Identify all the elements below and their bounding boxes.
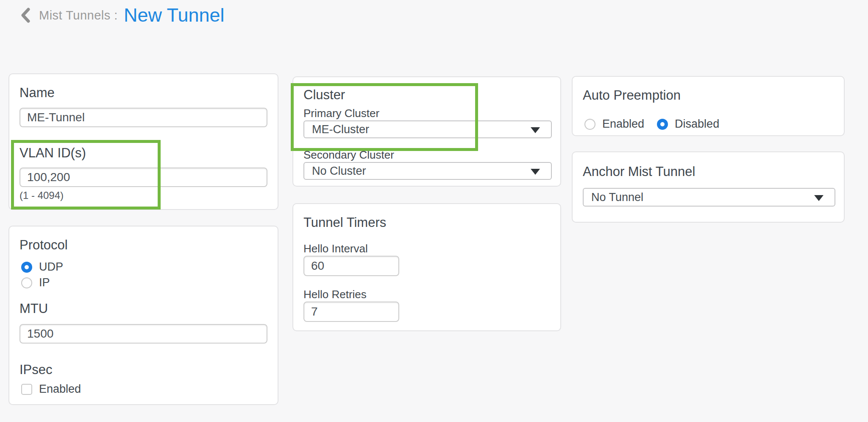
primary-cluster-label: Primary Cluster — [303, 107, 379, 120]
preemption-enabled-label: Enabled — [602, 117, 644, 131]
radio-selected-icon — [657, 119, 668, 130]
hello-retries-input[interactable] — [303, 302, 399, 322]
anchor-tunnel-select[interactable]: No Tunnel — [583, 188, 835, 207]
new-tunnel-page: Mist Tunnels : New Tunnel Name VLAN ID(s… — [0, 0, 868, 422]
cluster-card: Cluster Primary Cluster ME-Cluster Secon… — [292, 76, 561, 187]
anchor-mist-tunnel-card: Anchor Mist Tunnel No Tunnel — [572, 151, 845, 223]
back-chevron-icon[interactable] — [19, 6, 31, 24]
radio-unselected-icon — [21, 277, 32, 288]
preemption-option-disabled[interactable]: Disabled — [657, 117, 719, 131]
hello-retries-label: Hello Retries — [303, 288, 367, 301]
radio-unselected-icon — [584, 119, 595, 130]
secondary-cluster-label: Secondary Cluster — [303, 148, 394, 162]
ipsec-heading: IPsec — [19, 362, 53, 377]
preemption-option-enabled[interactable]: Enabled — [584, 117, 644, 131]
anchor-tunnel-value: No Tunnel — [591, 191, 643, 204]
protocol-option-ip[interactable]: IP — [21, 276, 50, 289]
auto-preemption-options: Enabled Disabled — [584, 117, 719, 131]
secondary-cluster-select[interactable]: No Cluster — [303, 162, 552, 180]
secondary-cluster-value: No Cluster — [312, 165, 366, 178]
auto-preemption-heading: Auto Preemption — [583, 88, 681, 103]
mtu-heading: MTU — [19, 301, 48, 316]
chevron-down-icon — [531, 169, 540, 175]
checkbox-unchecked-icon — [21, 384, 32, 395]
tunnel-name-input[interactable] — [19, 108, 267, 127]
primary-cluster-value: ME-Cluster — [312, 123, 369, 136]
chevron-down-icon — [531, 127, 540, 133]
vlan-range-hint: (1 - 4094) — [19, 190, 64, 201]
protocol-card: Protocol UDP IP MTU IPsec Enabled — [8, 226, 278, 405]
protocol-option-udp[interactable]: UDP — [21, 260, 63, 274]
mtu-input[interactable] — [19, 324, 267, 344]
anchor-mist-tunnel-heading: Anchor Mist Tunnel — [583, 164, 695, 179]
vlan-ids-input[interactable] — [19, 168, 267, 187]
auto-preemption-card: Auto Preemption Enabled Disabled — [572, 76, 845, 136]
chevron-down-icon — [814, 195, 823, 201]
ipsec-enabled-label: Enabled — [39, 383, 81, 396]
ipsec-enabled-checkbox[interactable]: Enabled — [21, 383, 81, 396]
tunnel-timers-card: Tunnel Timers Hello Interval Hello Retri… — [292, 203, 561, 331]
tunnel-timers-heading: Tunnel Timers — [303, 215, 386, 230]
hello-interval-input[interactable] — [303, 256, 399, 276]
protocol-option-ip-label: IP — [39, 276, 50, 289]
breadcrumb: Mist Tunnels : New Tunnel — [19, 4, 225, 26]
primary-cluster-select[interactable]: ME-Cluster — [303, 120, 552, 138]
page-title: New Tunnel — [124, 4, 225, 26]
protocol-heading: Protocol — [19, 238, 68, 253]
cluster-heading: Cluster — [303, 87, 345, 103]
breadcrumb-parent[interactable]: Mist Tunnels : — [39, 8, 118, 22]
name-card: Name VLAN ID(s) (1 - 4094) — [8, 73, 278, 210]
protocol-option-udp-label: UDP — [39, 260, 63, 274]
vlan-heading: VLAN ID(s) — [19, 145, 86, 161]
preemption-disabled-label: Disabled — [675, 117, 719, 131]
hello-interval-label: Hello Interval — [303, 242, 368, 255]
radio-selected-icon — [21, 262, 32, 273]
name-heading: Name — [19, 85, 55, 101]
